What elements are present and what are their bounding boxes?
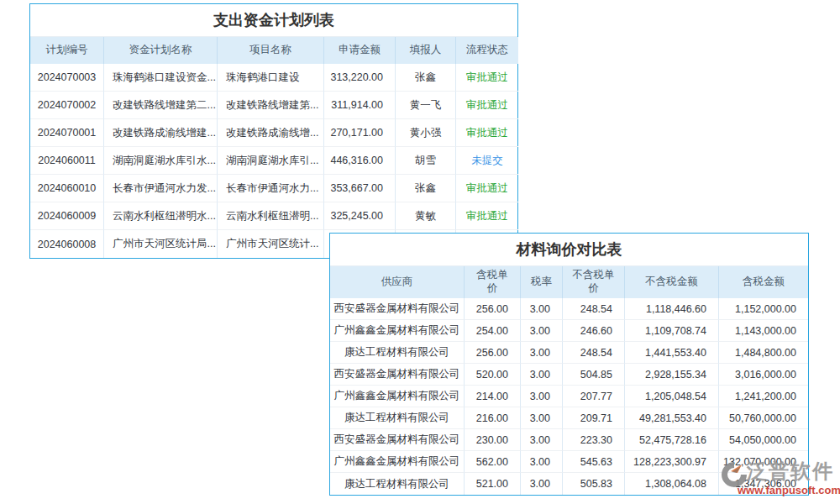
plan-no-link[interactable]: 2024060010 [30,175,104,202]
price-without-tax-cell: 209.71 [563,407,625,429]
reporter-link[interactable]: 张鑫 [396,175,456,202]
amount-cell: 270,171.00 [324,119,396,147]
plan-no-link[interactable]: 2024060008 [30,230,104,258]
price-with-tax-cell: 256.00 [465,298,521,320]
status-badge: 审批通过 [456,202,518,230]
fund-plan-row[interactable]: 2024070001 改建铁路成渝线增建... 改建铁路成渝线增... 270,… [30,119,517,147]
price-with-tax-cell: 230.00 [465,429,521,451]
fund-plan-table-title: 支出资金计划列表 [30,4,517,37]
fund-plan-row[interactable]: 2024060009 云南水利枢纽潜明水... 云南水利枢纽潜明... 325,… [30,202,517,230]
supplier-link[interactable]: 康达工程材料有限公司 [330,473,465,495]
project-name-link[interactable]: 长春市伊通河水力... [218,175,324,202]
amount-with-tax-cell: 1,347,306.00 [719,473,808,495]
reporter-link[interactable]: 胡雪 [396,147,456,175]
amount-cell: 446,316.00 [324,147,396,175]
amount-cell: 311,914.00 [324,92,396,119]
supplier-link[interactable]: 康达工程材料有限公司 [330,407,465,429]
amount-with-tax-cell: 1,143,000.00 [719,320,808,342]
supplier-link[interactable]: 西安盛器金属材料有限公司 [330,364,465,386]
reporter-link[interactable]: 黄敏 [396,202,456,230]
amount-without-tax-cell: 1,205,048.54 [625,386,719,407]
plan-no-link[interactable]: 2024060009 [30,202,104,230]
fund-plan-row[interactable]: 2024070002 改建铁路线增建第二... 改建铁路线增建第... 311,… [30,92,517,119]
price-without-tax-cell: 246.60 [563,320,625,342]
supplier-link[interactable]: 广州鑫鑫金属材料有限公司 [330,451,465,473]
project-name-link[interactable]: 改建铁路成渝线增... [218,119,324,147]
fund-plan-row[interactable]: 2024070003 珠海鹤港口建设资金... 珠海鹤港口建设 313,220.… [30,64,517,92]
amount-without-tax-cell: 2,928,155.34 [625,364,719,386]
price-without-tax-cell: 504.85 [563,364,625,386]
header-plan-no: 计划编号 [30,37,104,64]
amount-without-tax-cell: 49,281,553.40 [625,407,719,429]
amount-cell: 313,220.00 [324,64,396,92]
price-without-tax-cell: 248.54 [563,298,625,320]
supplier-link[interactable]: 西安盛器金属材料有限公司 [330,298,465,320]
fund-plan-table-header: 计划编号 资金计划名称 项目名称 申请金额 填报人 流程状态 [30,37,517,64]
reporter-link[interactable]: 黄小强 [396,119,456,147]
amount-cell: 325,245.00 [324,202,396,230]
status-badge: 未提交 [456,147,518,175]
amount-with-tax-cell: 132,070,000.00 [719,451,808,473]
header-project-name: 项目名称 [218,37,324,64]
price-with-tax-cell: 520.00 [465,364,521,386]
material-row[interactable]: 广州鑫鑫金属材料有限公司 254.00 3.00 246.60 1,109,70… [330,320,808,342]
amount-without-tax-cell: 52,475,728.16 [625,429,719,451]
price-with-tax-cell: 256.00 [465,342,521,364]
material-row[interactable]: 西安盛器金属材料有限公司 520.00 3.00 504.85 2,928,15… [330,364,808,386]
fund-name-link[interactable]: 长春市伊通河水力发... [104,175,218,202]
project-name-link[interactable]: 珠海鹤港口建设 [218,64,324,92]
reporter-link[interactable]: 张鑫 [396,64,456,92]
price-with-tax-cell: 216.00 [465,407,521,429]
status-badge: 审批通过 [456,64,518,92]
material-inquiry-table-title: 材料询价对比表 [330,234,808,266]
fund-plan-row[interactable]: 2024060011 湖南洞庭湖水库引水... 湖南洞庭湖水库引... 446,… [30,147,517,175]
fund-name-link[interactable]: 改建铁路线增建第二... [104,92,218,119]
reporter-link[interactable]: 黄一飞 [396,92,456,119]
supplier-link[interactable]: 西安盛器金属材料有限公司 [330,429,465,451]
tax-rate-cell: 3.00 [521,429,563,451]
amount-without-tax-cell: 1,118,446.60 [625,298,719,320]
status-badge: 审批通过 [456,92,518,119]
header-amount-with-tax: 含税金额 [719,266,808,298]
price-without-tax-cell: 207.77 [563,386,625,407]
fund-name-link[interactable]: 珠海鹤港口建设资金... [104,64,218,92]
plan-no-link[interactable]: 2024060011 [30,147,104,175]
fund-name-link[interactable]: 云南水利枢纽潜明水... [104,202,218,230]
material-row[interactable]: 广州鑫鑫金属材料有限公司 562.00 3.00 545.63 128,223,… [330,451,808,473]
fund-name-link[interactable]: 改建铁路成渝线增建... [104,119,218,147]
fund-plan-row[interactable]: 2024060010 长春市伊通河水力发... 长春市伊通河水力... 353,… [30,175,517,202]
header-price-without-tax: 不含税单价 [563,266,625,298]
project-name-link[interactable]: 改建铁路线增建第... [218,92,324,119]
material-row[interactable]: 广州鑫鑫金属材料有限公司 214.00 3.00 207.77 1,205,04… [330,386,808,407]
amount-without-tax-cell: 1,308,064.08 [625,473,719,495]
amount-with-tax-cell: 54,050,000.00 [719,429,808,451]
header-supplier: 供应商 [330,266,465,298]
supplier-link[interactable]: 广州鑫鑫金属材料有限公司 [330,386,465,407]
project-name-link[interactable]: 广州市天河区统计... [218,230,324,258]
price-with-tax-cell: 214.00 [465,386,521,407]
price-without-tax-cell: 505.83 [563,473,625,495]
fund-name-link[interactable]: 湖南洞庭湖水库引水... [104,147,218,175]
plan-no-link[interactable]: 2024070002 [30,92,104,119]
project-name-link[interactable]: 湖南洞庭湖水库引... [218,147,324,175]
material-row[interactable]: 康达工程材料有限公司 216.00 3.00 209.71 49,281,553… [330,407,808,429]
price-with-tax-cell: 562.00 [465,451,521,473]
material-table-header: 供应商 含税单价 税率 不含税单价 不含税金额 含税金额 [330,266,808,298]
tax-rate-cell: 3.00 [521,407,563,429]
material-row[interactable]: 康达工程材料有限公司 256.00 3.00 248.54 1,441,553.… [330,342,808,364]
material-row[interactable]: 西安盛器金属材料有限公司 230.00 3.00 223.30 52,475,7… [330,429,808,451]
amount-with-tax-cell: 1,241,200.00 [719,386,808,407]
fund-name-link[interactable]: 广州市天河区统计局... [104,230,218,258]
price-without-tax-cell: 223.30 [563,429,625,451]
plan-no-link[interactable]: 2024070003 [30,64,104,92]
plan-no-link[interactable]: 2024070001 [30,119,104,147]
supplier-link[interactable]: 广州鑫鑫金属材料有限公司 [330,320,465,342]
material-row[interactable]: 康达工程材料有限公司 521.00 3.00 505.83 1,308,064.… [330,473,808,495]
material-row[interactable]: 西安盛器金属材料有限公司 256.00 3.00 248.54 1,118,44… [330,298,808,320]
amount-without-tax-cell: 128,223,300.97 [625,451,719,473]
supplier-link[interactable]: 康达工程材料有限公司 [330,342,465,364]
material-table-body: 西安盛器金属材料有限公司 256.00 3.00 248.54 1,118,44… [330,298,808,495]
project-name-link[interactable]: 云南水利枢纽潜明... [218,202,324,230]
tax-rate-cell: 3.00 [521,320,563,342]
status-badge: 审批通过 [456,119,518,147]
